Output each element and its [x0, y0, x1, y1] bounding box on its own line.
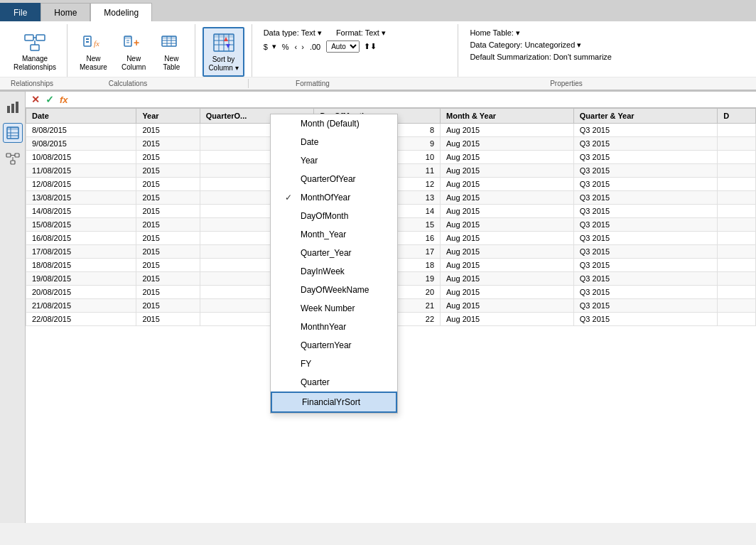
- table-cell: 12/08/2015: [26, 178, 136, 191]
- svg-rect-33: [7, 127, 18, 130]
- home-table-dropdown[interactable]: ▾: [516, 28, 520, 37]
- table-cell: 2015: [136, 272, 200, 286]
- calculations-label: Calculations: [64, 79, 192, 88]
- col-header-month-year[interactable]: Month & Year: [441, 109, 574, 124]
- manage-relationships-button[interactable]: Manage Relationships: [10, 27, 60, 75]
- dropdown-item[interactable]: QuarterOfYear: [271, 170, 397, 188]
- table-icon: [160, 31, 183, 53]
- table-cell: Q3 2015: [573, 218, 717, 232]
- sidebar-model-icon[interactable]: [3, 149, 23, 168]
- table-cell: [718, 286, 756, 299]
- measure-icon: fx: [82, 31, 104, 53]
- table-cell: Aug 2015: [441, 286, 574, 299]
- dropdown-item-label: Year: [301, 156, 318, 166]
- dropdown-item[interactable]: DayInWeek: [271, 262, 397, 281]
- data-type-dropdown[interactable]: Text ▾: [301, 28, 322, 37]
- new-column-button[interactable]: + New Column: [117, 27, 151, 75]
- table-cell: [718, 151, 756, 164]
- table-cell: Q3 2015: [573, 205, 717, 218]
- sidebar-report-icon[interactable]: [3, 97, 23, 117]
- svg-rect-15: [162, 36, 176, 39]
- table-cell: [718, 164, 756, 178]
- properties-label: Properties: [377, 79, 756, 88]
- dropdown-item[interactable]: Quarter_Year: [271, 244, 397, 262]
- dropdown-item-label: MonthnYear: [301, 322, 346, 332]
- table-cell: [718, 218, 756, 232]
- table-cell: 2015: [136, 164, 200, 178]
- tab-home[interactable]: Home: [40, 3, 90, 21]
- table-cell: Q3 2015: [573, 313, 717, 326]
- fx-label: fx: [60, 95, 68, 105]
- sidebar-data-icon[interactable]: [3, 123, 23, 143]
- tab-modeling[interactable]: Modeling: [90, 3, 152, 21]
- properties-group: Home Table: ▾ Data Category: Uncategoriz…: [458, 24, 756, 77]
- prop-row-1: Data type: Text ▾ Format: Text ▾: [264, 28, 447, 38]
- sort-by-column-button[interactable]: Sort by Column ▾: [202, 27, 244, 77]
- ribbon-main-row: Manage Relationships fx New Measure: [0, 21, 756, 77]
- table-cell: Aug 2015: [441, 232, 574, 245]
- dropdown-item[interactable]: FinancialYrSort: [271, 392, 397, 413]
- new-table-button[interactable]: New Table: [155, 27, 188, 75]
- svg-text:+: +: [134, 37, 139, 48]
- dropdown-item-label: QuarternYear: [301, 340, 352, 350]
- table-cell: 17/08/2015: [26, 245, 136, 259]
- check-icon[interactable]: ✓: [45, 94, 54, 105]
- sort-icon: [212, 31, 235, 54]
- svg-rect-1: [36, 35, 45, 41]
- table-cell: Aug 2015: [441, 151, 574, 164]
- table-cell: 11/08/2015: [26, 164, 136, 178]
- relationships-icon: [23, 31, 46, 53]
- table-cell: 2015: [136, 191, 200, 205]
- table-cell: Aug 2015: [441, 191, 574, 205]
- svg-rect-39: [11, 161, 15, 164]
- table-cell: [718, 259, 756, 272]
- table-cell: 9/08/2015: [26, 137, 136, 151]
- table-cell: [718, 124, 756, 137]
- table-cell: 2015: [136, 232, 200, 245]
- new-measure-button[interactable]: fx New Measure: [75, 27, 112, 75]
- ribbon-group-relationships: Manage Relationships: [3, 24, 68, 77]
- dropdown-item-label: DayInWeek: [301, 266, 345, 276]
- tab-file[interactable]: File: [0, 3, 40, 21]
- dropdown-item[interactable]: Month_Year: [271, 225, 397, 244]
- svg-rect-37: [6, 153, 11, 157]
- dropdown-item[interactable]: Week Number: [271, 299, 397, 318]
- table-cell: 2015: [136, 299, 200, 313]
- formula-bar: ✕ ✓ fx: [26, 92, 756, 108]
- home-table-row: Home Table: ▾: [470, 28, 745, 38]
- col-header-d[interactable]: D: [718, 109, 756, 124]
- format-dropdown[interactable]: Text ▾: [365, 28, 386, 37]
- table-cell: [718, 232, 756, 245]
- table-cell: Q3 2015: [573, 272, 717, 286]
- table-cell: 16/08/2015: [26, 232, 136, 245]
- table-cell: 2015: [136, 245, 200, 259]
- dropdown-item[interactable]: MonthnYear: [271, 318, 397, 336]
- dropdown-item[interactable]: DayOfMonth: [271, 207, 397, 225]
- svg-rect-30: [11, 104, 14, 113]
- col-header-year[interactable]: Year: [136, 109, 200, 124]
- dropdown-item[interactable]: ✓MonthOfYear: [271, 188, 397, 207]
- auto-select[interactable]: Auto: [326, 41, 360, 53]
- table-cell: 20/08/2015: [26, 286, 136, 299]
- col-header-date[interactable]: Date: [26, 109, 136, 124]
- svg-rect-7: [86, 41, 89, 43]
- dropdown-item[interactable]: Date: [271, 133, 397, 151]
- table-cell: Aug 2015: [441, 137, 574, 151]
- table-cell: Aug 2015: [441, 178, 574, 191]
- dropdown-item[interactable]: Year: [271, 151, 397, 170]
- data-category-dropdown[interactable]: Uncategorized ▾: [524, 41, 581, 49]
- table-cell: Q3 2015: [573, 245, 717, 259]
- table-cell: 2015: [136, 259, 200, 272]
- table-cell: Aug 2015: [441, 245, 574, 259]
- formula-input[interactable]: [74, 95, 750, 104]
- table-cell: 21/08/2015: [26, 299, 136, 313]
- dropdown-item[interactable]: Quarter: [271, 373, 397, 392]
- dropdown-item-label: DayOfWeekName: [301, 285, 369, 295]
- close-icon[interactable]: ✕: [31, 94, 40, 105]
- col-header-quarter-year[interactable]: Quarter & Year: [573, 109, 717, 124]
- dropdown-item[interactable]: DayOfWeekName: [271, 281, 397, 299]
- default-summarization-row: Default Summarization: Don't summarize: [470, 53, 745, 61]
- dropdown-item[interactable]: QuarternYear: [271, 336, 397, 355]
- dropdown-item[interactable]: FY: [271, 355, 397, 373]
- dropdown-item[interactable]: Month (Default): [271, 114, 397, 133]
